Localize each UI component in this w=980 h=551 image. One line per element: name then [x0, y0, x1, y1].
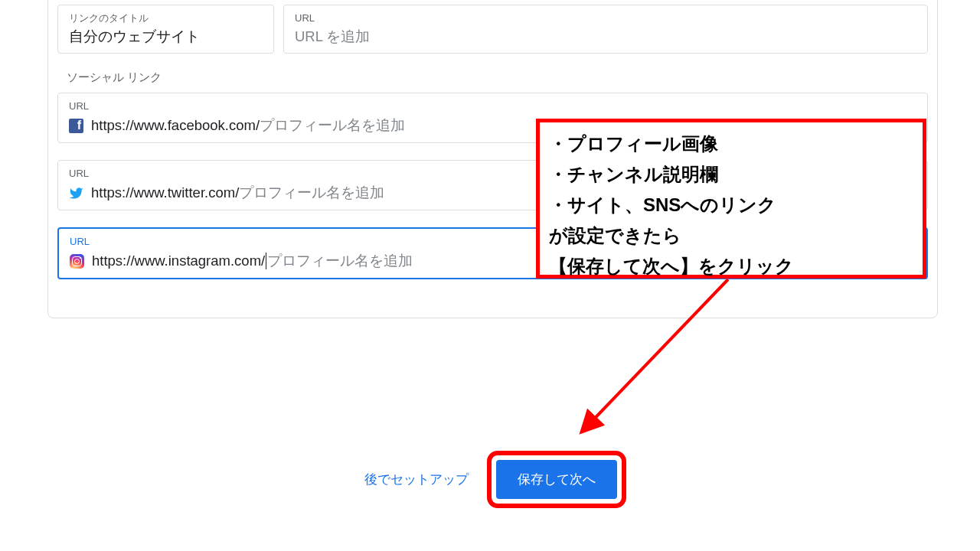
save-next-button[interactable]: 保存して次へ — [496, 460, 617, 499]
social-section-title: ソーシャル リンク — [67, 70, 937, 85]
custom-link-row: リンクのタイトル 自分のウェブサイト URL URL を追加 — [48, 5, 937, 54]
text-caret — [266, 253, 266, 269]
instagram-icon — [70, 254, 84, 269]
save-next-highlight: 保存して次へ — [487, 451, 626, 508]
social-prefix: https://www.facebook.com/ — [91, 116, 260, 135]
callout-line: 【保存して次へ】をクリック — [549, 251, 913, 282]
callout-line: ・プロフィール画像 — [549, 129, 913, 159]
link-url-placeholder: URL を追加 — [295, 28, 916, 45]
twitter-icon — [69, 186, 83, 201]
instruction-callout: ・プロフィール画像 ・チャンネル説明欄 ・サイト、SNSへのリンク が設定できた… — [536, 119, 926, 279]
social-url-label: URL — [69, 99, 916, 113]
footer-buttons: 後でセットアップ 保存して次へ — [0, 441, 980, 517]
callout-line: ・チャンネル説明欄 — [549, 159, 913, 190]
setup-later-button[interactable]: 後でセットアップ — [354, 463, 479, 496]
link-url-label: URL — [295, 11, 916, 25]
callout-line: が設定できたら — [549, 220, 913, 251]
social-placeholder: プロフィール名を追加 — [267, 252, 413, 270]
social-prefix: https://www.twitter.com/ — [91, 184, 239, 202]
link-title-value: 自分のウェブサイト — [69, 28, 263, 45]
social-placeholder: プロフィール名を追加 — [239, 184, 384, 202]
social-placeholder: プロフィール名を追加 — [260, 116, 405, 135]
social-prefix: https://www.instagram.com/ — [92, 252, 265, 270]
callout-line: ・サイト、SNSへのリンク — [549, 190, 913, 220]
facebook-icon — [69, 119, 83, 133]
link-title-label: リンクのタイトル — [69, 11, 263, 25]
link-title-field[interactable]: リンクのタイトル 自分のウェブサイト — [57, 5, 274, 54]
link-url-field[interactable]: URL URL を追加 — [283, 5, 928, 54]
